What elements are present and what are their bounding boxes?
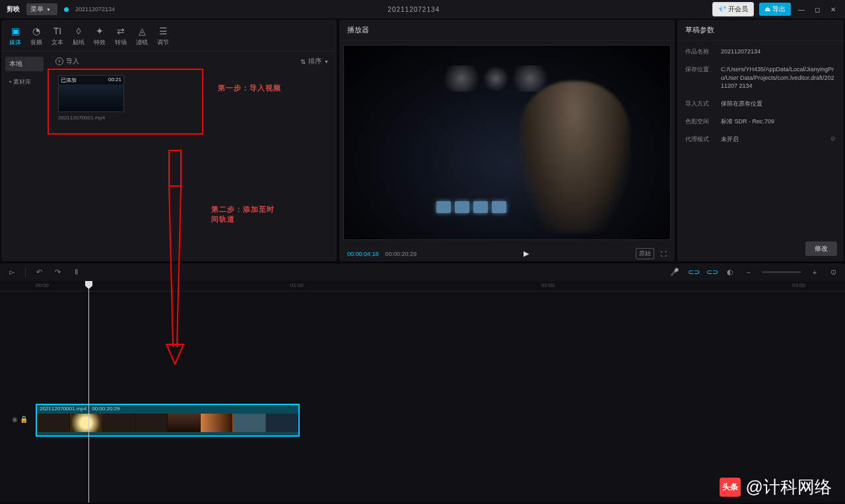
media-panel: ▣媒体 ◔音频 TI文本 ◊贴纸 ✦特效 ⇄转场 ◬滤镜 ☰调节 本地 素材库 … — [1, 20, 337, 261]
zoom-out-icon[interactable]: − — [743, 268, 754, 276]
prop-import-label: 导入方式 — [685, 100, 714, 108]
watermark: 头条 @计科网络 — [720, 476, 832, 499]
edit-button[interactable]: 修改 — [805, 241, 837, 256]
tab-media[interactable]: ▣媒体 — [9, 25, 21, 47]
media-icon: ▣ — [9, 25, 21, 37]
title-bar: 剪映 菜单▼ 202112072134 202112072134 💎 开会员 ⏏… — [0, 0, 845, 18]
zoom-slider[interactable] — [762, 271, 801, 273]
media-categories: 本地 素材库 — [1, 51, 48, 261]
time-current: 00:00:04:18 — [347, 251, 379, 257]
status-dot-icon — [64, 7, 69, 12]
cat-local[interactable]: 本地 — [5, 57, 44, 71]
annotation-step1: 第一步：导入视频 — [218, 83, 281, 93]
export-button[interactable]: ⏏ 导出 — [759, 3, 791, 16]
time-ruler[interactable]: 00:00 01:00 02:00 03:00 — [0, 281, 845, 292]
prop-proxy-value: 未开启 — [721, 135, 824, 144]
timeline-toolbar: ▻ ↶ ↷ Ⅱ 🎤 ⊂⊃ ⊂⊃ ◐ − + ⊙ — [0, 263, 845, 281]
magnet-icon[interactable]: ⊂⊃ — [688, 268, 698, 276]
preview-canvas[interactable] — [343, 45, 671, 240]
import-button[interactable]: +导入 — [55, 57, 79, 66]
maximize-button[interactable]: ◻ — [812, 6, 823, 13]
preview-controls: 00:00:04:18 00:00:20:29 ▶ 原始 ⛶ — [339, 244, 675, 263]
prop-path-value: C:/Users/YH435/AppData/Local/JianyingPro… — [721, 65, 836, 90]
ratio-select[interactable]: 原始 — [636, 248, 654, 259]
vip-button[interactable]: 💎 开会员 — [712, 2, 754, 16]
menu-button[interactable]: 菜单▼ — [26, 3, 57, 15]
cat-library[interactable]: 素材库 — [5, 75, 44, 89]
clip-filename: 202112070001.mp4 — [58, 115, 124, 121]
close-button[interactable]: ✕ — [828, 6, 838, 13]
preview-panel: 播放器 00:00:04:18 00:00:20:29 ▶ 原始 ⛶ — [339, 20, 675, 261]
tab-audio[interactable]: ◔音频 — [30, 25, 42, 47]
tab-filter[interactable]: ◬滤镜 — [136, 25, 148, 47]
adjust-icon: ☰ — [157, 25, 169, 37]
time-total: 00:00:20:29 — [386, 251, 417, 257]
watermark-text: @计科网络 — [746, 476, 832, 499]
zoom-fit-icon[interactable]: ⊙ — [828, 268, 838, 276]
redo-icon[interactable]: ↷ — [52, 268, 63, 276]
tab-fx[interactable]: ✦特效 — [94, 25, 106, 47]
timeline-clip[interactable]: 202112070001.mp400:00:20:29 — [36, 404, 300, 437]
plus-icon: + — [55, 57, 63, 65]
media-content: +导入 ⇅排序▼ 已添加00:21 202112070001.mp4 第一步：导… — [48, 51, 337, 261]
media-clip[interactable]: 已添加00:21 202112070001.mp4 — [58, 75, 124, 121]
tool-tabs: ▣媒体 ◔音频 TI文本 ◊贴纸 ✦特效 ⇄转场 ◬滤镜 ☰调节 — [1, 20, 337, 51]
tab-text[interactable]: TI文本 — [51, 25, 63, 47]
preview-title: 播放器 — [339, 20, 675, 41]
tab-sticker[interactable]: ◊贴纸 — [73, 25, 84, 47]
tab-adjust[interactable]: ☰调节 — [157, 25, 169, 47]
filter-icon: ◬ — [136, 25, 148, 37]
audio-icon: ◔ — [30, 25, 42, 37]
window-title: 202112072134 — [121, 6, 706, 13]
prop-path-label: 保存位置 — [685, 65, 714, 90]
timeline[interactable]: 00:00 01:00 02:00 03:00 ◉ 🔒 202112070001… — [0, 281, 845, 503]
zoom-in-icon[interactable]: + — [809, 268, 820, 276]
prop-proxy-label: 代理模式 — [685, 135, 714, 144]
undo-icon[interactable]: ↶ — [34, 268, 44, 276]
play-button[interactable]: ▶ — [524, 249, 529, 258]
link-icon[interactable]: ⊂⊃ — [706, 268, 717, 276]
prop-color-label: 色彩空间 — [685, 117, 714, 126]
prop-import-value: 保留在原有位置 — [721, 100, 836, 108]
proxy-toggle-icon[interactable]: ⊘ — [830, 135, 836, 144]
project-name: 202112072134 — [75, 6, 115, 13]
text-icon: TI — [51, 25, 63, 37]
fx-icon: ✦ — [94, 25, 106, 37]
sort-control[interactable]: ⇅排序▼ — [300, 57, 329, 66]
prop-name-label: 作品名称 — [685, 47, 714, 56]
props-title: 草稿参数 — [677, 20, 844, 41]
prop-color-value: 标准 SDR - Rec.709 — [721, 117, 836, 126]
select-tool-icon[interactable]: ▻ — [7, 268, 17, 276]
playhead[interactable] — [88, 281, 89, 503]
split-icon[interactable]: Ⅱ — [71, 268, 81, 276]
mic-icon[interactable]: 🎤 — [669, 268, 680, 276]
properties-panel: 草稿参数 作品名称202112072134 保存位置C:/Users/YH435… — [677, 20, 844, 261]
tab-transition[interactable]: ⇄转场 — [115, 25, 127, 47]
sticker-icon: ◊ — [73, 25, 84, 37]
app-logo: 剪映 — [7, 5, 20, 14]
minimize-button[interactable]: — — [796, 6, 807, 13]
transition-icon: ⇄ — [115, 25, 127, 37]
track-controls[interactable]: ◉ 🔒 — [12, 416, 28, 423]
prop-name-value: 202112072134 — [721, 47, 836, 56]
preview-icon[interactable]: ◐ — [725, 268, 735, 276]
annotation-step2: 第二步：添加至时间轨道 — [211, 205, 277, 224]
watermark-logo: 头条 — [720, 478, 741, 497]
fullscreen-icon[interactable]: ⛶ — [661, 251, 667, 257]
